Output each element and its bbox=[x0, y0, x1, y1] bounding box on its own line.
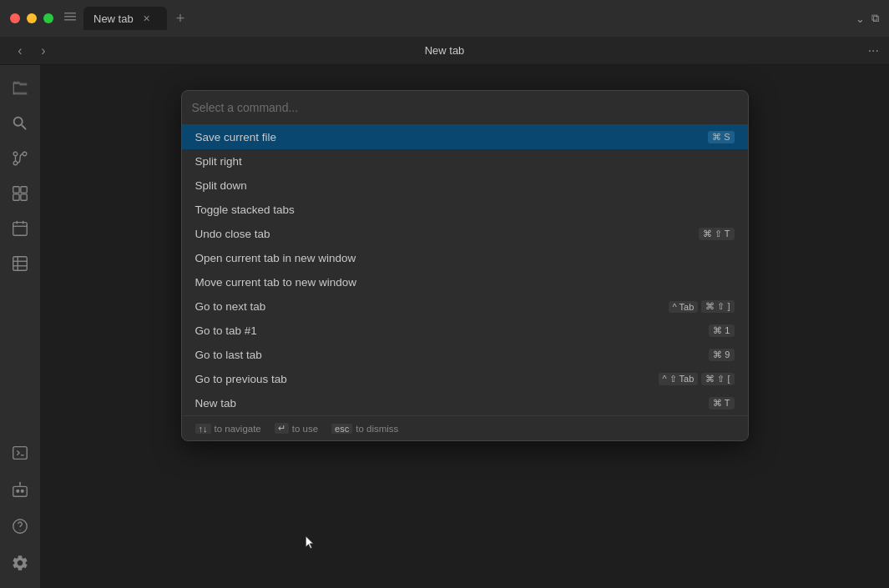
command-label: Open current tab in new window bbox=[195, 252, 356, 264]
command-shortcut: ⌘ T bbox=[709, 397, 735, 410]
svg-point-3 bbox=[13, 161, 18, 165]
shortcut-kbd: ⌘ T bbox=[709, 397, 735, 410]
svg-point-22 bbox=[17, 490, 19, 492]
shortcut-kbd: ⌘ 9 bbox=[709, 349, 734, 361]
activity-bar bbox=[0, 65, 40, 588]
search-icon[interactable] bbox=[3, 107, 37, 140]
command-shortcut: ^ Tab ⌘ ⇧ ] bbox=[669, 300, 735, 313]
command-label: Split down bbox=[195, 179, 247, 192]
shortcut-kbd: ⌘ ⇧ ] bbox=[701, 300, 734, 313]
command-label: Split right bbox=[195, 155, 242, 168]
command-label: Undo close tab bbox=[195, 228, 270, 240]
settings-icon[interactable] bbox=[3, 546, 37, 580]
svg-point-4 bbox=[23, 152, 27, 156]
command-input-wrapper bbox=[182, 91, 748, 125]
svg-rect-9 bbox=[13, 194, 19, 200]
content-area: Save current file ⌘ S Split right Split … bbox=[40, 65, 889, 588]
tab-bar: New tab ✕ + bbox=[83, 7, 856, 30]
command-shortcut: ^ ⇧ Tab ⌘ ⇧ [ bbox=[659, 373, 735, 385]
terminal-icon[interactable] bbox=[3, 436, 37, 470]
help-icon[interactable] bbox=[3, 510, 37, 543]
tab-close-button[interactable]: ✕ bbox=[140, 12, 154, 25]
command-footer: ↑↓ to navigate ↵ to use esc to dismiss bbox=[182, 415, 748, 440]
command-label: Move current tab to new window bbox=[195, 276, 357, 289]
use-label: to use bbox=[292, 424, 318, 434]
svg-rect-21 bbox=[13, 486, 28, 496]
dismiss-hint: esc to dismiss bbox=[331, 424, 398, 434]
traffic-lights bbox=[10, 13, 53, 23]
command-label: New tab bbox=[195, 397, 237, 410]
command-label: Go to previous tab bbox=[195, 373, 287, 385]
command-shortcut: ⌘ 9 bbox=[709, 349, 734, 361]
svg-rect-0 bbox=[64, 13, 76, 14]
close-button[interactable] bbox=[10, 13, 20, 23]
new-tab-button[interactable]: + bbox=[170, 8, 190, 28]
command-label: Go to tab #1 bbox=[195, 324, 257, 337]
svg-point-27 bbox=[19, 530, 20, 530]
list-item[interactable]: Move current tab to new window bbox=[182, 270, 748, 294]
command-label: Toggle stacked tabs bbox=[195, 204, 295, 216]
more-options-button[interactable]: ··· bbox=[868, 43, 879, 58]
list-item[interactable]: Go to last tab ⌘ 9 bbox=[182, 343, 748, 367]
calendar-icon[interactable] bbox=[3, 212, 37, 245]
dismiss-label: to dismiss bbox=[356, 424, 398, 434]
list-item[interactable]: Go to next tab ^ Tab ⌘ ⇧ ] bbox=[182, 294, 748, 319]
svg-rect-11 bbox=[13, 223, 28, 236]
navigate-label: to navigate bbox=[215, 424, 261, 434]
command-label: Go to last tab bbox=[195, 349, 262, 361]
pages-icon[interactable] bbox=[3, 247, 37, 280]
tab-list-icon[interactable]: ⌄ bbox=[856, 13, 865, 25]
command-search-input[interactable] bbox=[192, 98, 738, 118]
navigate-kbd: ↑↓ bbox=[195, 424, 211, 434]
explorer-icon[interactable] bbox=[3, 72, 37, 105]
extensions-icon[interactable] bbox=[3, 177, 37, 210]
shortcut-kbd: ⌘ ⇧ T bbox=[699, 228, 735, 240]
navigate-hint: ↑↓ to navigate bbox=[195, 424, 261, 434]
main-layout: Save current file ⌘ S Split right Split … bbox=[0, 65, 889, 588]
tab-label: New tab bbox=[93, 13, 134, 25]
svg-rect-8 bbox=[21, 187, 27, 193]
sidebar-toggle-icon[interactable] bbox=[63, 10, 77, 27]
robot-icon[interactable] bbox=[3, 473, 37, 506]
command-label: Save current file bbox=[195, 131, 277, 143]
shortcut-kbd: ^ ⇧ Tab bbox=[659, 373, 699, 385]
shortcut-kbd: ⌘ S bbox=[708, 131, 734, 143]
command-shortcut: ⌘ S bbox=[708, 131, 734, 143]
command-label: Go to next tab bbox=[195, 300, 266, 313]
list-item[interactable]: Split down bbox=[182, 173, 748, 198]
svg-rect-15 bbox=[13, 257, 28, 271]
maximize-button[interactable] bbox=[43, 13, 53, 23]
source-control-icon[interactable] bbox=[3, 142, 37, 175]
minimize-button[interactable] bbox=[27, 13, 37, 23]
list-item[interactable]: Go to tab #1 ⌘ 1 bbox=[182, 319, 748, 343]
split-editor-icon[interactable]: ⧉ bbox=[871, 12, 879, 25]
back-button[interactable]: ‹ bbox=[10, 41, 30, 61]
shortcut-kbd: ^ Tab bbox=[669, 301, 699, 313]
shortcut-kbd: ⌘ 1 bbox=[709, 324, 734, 337]
list-item[interactable]: New tab ⌘ T bbox=[182, 391, 748, 415]
command-shortcut: ⌘ ⇧ T bbox=[699, 228, 735, 240]
svg-point-25 bbox=[19, 482, 21, 484]
page-title: New tab bbox=[425, 44, 465, 57]
svg-point-5 bbox=[13, 152, 18, 156]
forward-button[interactable]: › bbox=[33, 41, 53, 61]
list-item[interactable]: Open current tab in new window bbox=[182, 246, 748, 270]
dismiss-kbd: esc bbox=[331, 424, 352, 434]
list-item[interactable]: Split right bbox=[182, 149, 748, 173]
svg-point-23 bbox=[21, 490, 23, 492]
list-item[interactable]: Toggle stacked tabs bbox=[182, 198, 748, 222]
list-item[interactable]: Save current file ⌘ S bbox=[182, 125, 748, 149]
cursor bbox=[304, 536, 317, 553]
use-hint: ↵ to use bbox=[275, 423, 318, 434]
titlebar: New tab ✕ + ⌄ ⧉ bbox=[0, 0, 889, 37]
use-kbd: ↵ bbox=[275, 423, 289, 434]
svg-rect-10 bbox=[21, 194, 27, 200]
list-item[interactable]: Undo close tab ⌘ ⇧ T bbox=[182, 222, 748, 246]
svg-rect-2 bbox=[64, 19, 76, 21]
svg-rect-1 bbox=[64, 16, 76, 18]
tab-new-tab[interactable]: New tab ✕ bbox=[83, 7, 167, 30]
activity-bottom bbox=[3, 436, 37, 581]
command-list: Save current file ⌘ S Split right Split … bbox=[182, 125, 748, 415]
list-item[interactable]: Go to previous tab ^ ⇧ Tab ⌘ ⇧ [ bbox=[182, 367, 748, 391]
shortcut-kbd: ⌘ ⇧ [ bbox=[701, 373, 734, 385]
